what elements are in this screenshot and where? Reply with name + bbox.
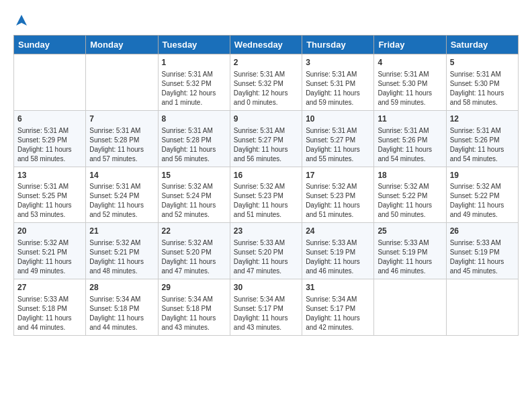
calendar-week-row: 27Sunrise: 5:33 AM Sunset: 5:18 PM Dayli… [14,279,519,336]
calendar-day-cell: 3Sunrise: 5:31 AM Sunset: 5:31 PM Daylig… [302,54,374,111]
day-info: Sunrise: 5:31 AM Sunset: 5:26 PM Dayligh… [378,126,442,164]
calendar-day-cell: 23Sunrise: 5:33 AM Sunset: 5:20 PM Dayli… [230,223,302,279]
day-number: 14 [89,170,154,181]
day-number: 22 [162,226,226,237]
day-info: Sunrise: 5:34 AM Sunset: 5:18 PM Dayligh… [162,295,226,332]
day-info: Sunrise: 5:32 AM Sunset: 5:24 PM Dayligh… [162,182,226,220]
day-number: 18 [378,170,442,181]
day-info: Sunrise: 5:31 AM Sunset: 5:28 PM Dayligh… [89,126,154,164]
calendar-day-cell: 25Sunrise: 5:33 AM Sunset: 5:19 PM Dayli… [374,223,446,279]
day-number: 26 [450,226,515,237]
calendar-header-thursday: Thursday [302,36,374,54]
calendar-day-cell: 29Sunrise: 5:34 AM Sunset: 5:18 PM Dayli… [158,279,230,336]
day-info: Sunrise: 5:34 AM Sunset: 5:17 PM Dayligh… [234,295,298,332]
day-number: 29 [162,282,226,293]
calendar-day-cell: 16Sunrise: 5:32 AM Sunset: 5:23 PM Dayli… [230,167,302,223]
day-number: 13 [17,170,82,181]
svg-marker-0 [16,15,27,26]
day-number: 24 [306,226,370,237]
day-number: 20 [17,226,82,237]
day-number: 7 [89,113,154,125]
day-number: 25 [378,226,442,237]
day-info: Sunrise: 5:34 AM Sunset: 5:17 PM Dayligh… [306,295,370,332]
calendar-day-cell: 24Sunrise: 5:33 AM Sunset: 5:19 PM Dayli… [302,223,374,279]
day-info: Sunrise: 5:31 AM Sunset: 5:27 PM Dayligh… [234,126,298,164]
calendar-week-row: 6Sunrise: 5:31 AM Sunset: 5:29 PM Daylig… [14,110,519,167]
calendar-day-cell: 8Sunrise: 5:31 AM Sunset: 5:28 PM Daylig… [158,110,230,167]
day-info: Sunrise: 5:31 AM Sunset: 5:30 PM Dayligh… [378,70,442,107]
day-number: 15 [162,170,226,181]
calendar-day-cell: 18Sunrise: 5:32 AM Sunset: 5:22 PM Dayli… [374,167,446,223]
day-number: 5 [450,57,515,68]
calendar-week-row: 20Sunrise: 5:32 AM Sunset: 5:21 PM Dayli… [14,223,519,279]
calendar-day-cell: 17Sunrise: 5:32 AM Sunset: 5:23 PM Dayli… [302,167,374,223]
day-number: 10 [306,113,370,125]
day-number: 2 [234,57,298,68]
calendar-header-row: SundayMondayTuesdayWednesdayThursdayFrid… [14,36,519,54]
calendar-day-cell: 31Sunrise: 5:34 AM Sunset: 5:17 PM Dayli… [302,279,374,336]
calendar-day-cell: 5Sunrise: 5:31 AM Sunset: 5:30 PM Daylig… [446,54,518,111]
day-number: 12 [450,113,515,125]
calendar-day-cell: 15Sunrise: 5:32 AM Sunset: 5:24 PM Dayli… [158,167,230,223]
day-info: Sunrise: 5:32 AM Sunset: 5:22 PM Dayligh… [378,182,442,220]
day-info: Sunrise: 5:32 AM Sunset: 5:21 PM Dayligh… [17,238,82,276]
calendar-day-cell [86,54,158,111]
calendar-day-cell: 28Sunrise: 5:34 AM Sunset: 5:18 PM Dayli… [86,279,158,336]
day-number: 28 [89,282,154,293]
calendar-day-cell: 14Sunrise: 5:31 AM Sunset: 5:24 PM Dayli… [86,167,158,223]
calendar-day-cell: 6Sunrise: 5:31 AM Sunset: 5:29 PM Daylig… [14,110,86,167]
calendar-day-cell: 21Sunrise: 5:32 AM Sunset: 5:21 PM Dayli… [86,223,158,279]
logo-icon [15,13,28,27]
day-info: Sunrise: 5:31 AM Sunset: 5:28 PM Dayligh… [162,126,226,164]
calendar-day-cell: 19Sunrise: 5:32 AM Sunset: 5:22 PM Dayli… [446,167,518,223]
day-info: Sunrise: 5:33 AM Sunset: 5:19 PM Dayligh… [450,238,515,276]
calendar-header-wednesday: Wednesday [230,36,302,54]
day-info: Sunrise: 5:32 AM Sunset: 5:22 PM Dayligh… [450,182,515,220]
day-info: Sunrise: 5:31 AM Sunset: 5:30 PM Dayligh… [450,70,515,107]
day-info: Sunrise: 5:31 AM Sunset: 5:31 PM Dayligh… [306,70,370,107]
day-number: 16 [234,170,298,181]
day-info: Sunrise: 5:33 AM Sunset: 5:20 PM Dayligh… [234,238,298,276]
day-info: Sunrise: 5:32 AM Sunset: 5:23 PM Dayligh… [306,182,370,220]
day-info: Sunrise: 5:31 AM Sunset: 5:24 PM Dayligh… [89,182,154,220]
calendar-header-tuesday: Tuesday [158,36,230,54]
calendar-day-cell: 22Sunrise: 5:32 AM Sunset: 5:20 PM Dayli… [158,223,230,279]
day-number: 23 [234,226,298,237]
calendar-day-cell: 27Sunrise: 5:33 AM Sunset: 5:18 PM Dayli… [14,279,86,336]
day-info: Sunrise: 5:33 AM Sunset: 5:19 PM Dayligh… [378,238,442,276]
calendar-day-cell: 30Sunrise: 5:34 AM Sunset: 5:17 PM Dayli… [230,279,302,336]
calendar-week-row: 13Sunrise: 5:31 AM Sunset: 5:25 PM Dayli… [14,167,519,223]
calendar-table: SundayMondayTuesdayWednesdayThursdayFrid… [13,35,519,336]
calendar-day-cell [374,279,446,336]
logo [13,13,30,24]
calendar-day-cell: 1Sunrise: 5:31 AM Sunset: 5:32 PM Daylig… [158,54,230,111]
day-number: 30 [234,282,298,293]
day-info: Sunrise: 5:31 AM Sunset: 5:29 PM Dayligh… [17,126,82,164]
calendar-day-cell: 10Sunrise: 5:31 AM Sunset: 5:27 PM Dayli… [302,110,374,167]
day-number: 21 [89,226,154,237]
calendar-day-cell: 2Sunrise: 5:31 AM Sunset: 5:32 PM Daylig… [230,54,302,111]
calendar-day-cell: 13Sunrise: 5:31 AM Sunset: 5:25 PM Dayli… [14,167,86,223]
day-number: 31 [306,282,370,293]
day-info: Sunrise: 5:32 AM Sunset: 5:21 PM Dayligh… [89,238,154,276]
day-number: 1 [162,57,226,68]
day-info: Sunrise: 5:31 AM Sunset: 5:26 PM Dayligh… [450,126,515,164]
day-info: Sunrise: 5:31 AM Sunset: 5:32 PM Dayligh… [234,70,298,107]
day-info: Sunrise: 5:31 AM Sunset: 5:27 PM Dayligh… [306,126,370,164]
day-info: Sunrise: 5:33 AM Sunset: 5:19 PM Dayligh… [306,238,370,276]
calendar-week-row: 1Sunrise: 5:31 AM Sunset: 5:32 PM Daylig… [14,54,519,111]
day-info: Sunrise: 5:31 AM Sunset: 5:25 PM Dayligh… [17,182,82,220]
calendar-day-cell: 11Sunrise: 5:31 AM Sunset: 5:26 PM Dayli… [374,110,446,167]
calendar-day-cell: 20Sunrise: 5:32 AM Sunset: 5:21 PM Dayli… [14,223,86,279]
calendar-header-monday: Monday [86,36,158,54]
day-number: 3 [306,57,370,68]
day-info: Sunrise: 5:32 AM Sunset: 5:20 PM Dayligh… [162,238,226,276]
day-info: Sunrise: 5:32 AM Sunset: 5:23 PM Dayligh… [234,182,298,220]
calendar-day-cell [14,54,86,111]
day-number: 4 [378,57,442,68]
calendar-day-cell: 4Sunrise: 5:31 AM Sunset: 5:30 PM Daylig… [374,54,446,111]
calendar-day-cell: 26Sunrise: 5:33 AM Sunset: 5:19 PM Dayli… [446,223,518,279]
calendar-day-cell: 7Sunrise: 5:31 AM Sunset: 5:28 PM Daylig… [86,110,158,167]
day-number: 17 [306,170,370,181]
calendar-header-friday: Friday [374,36,446,54]
